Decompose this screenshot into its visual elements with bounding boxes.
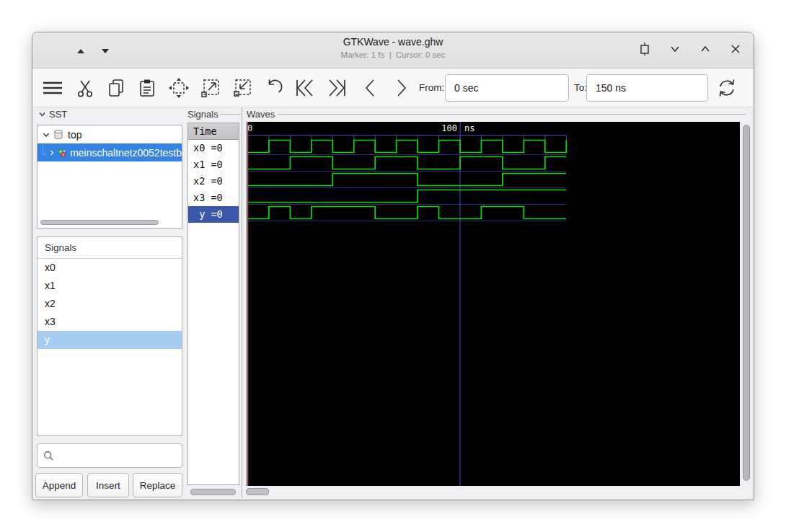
window-status: Marker: 1 fs | Cursor: 0 sec [177, 50, 609, 59]
database-icon [53, 129, 63, 140]
insert-button[interactable]: Insert [87, 473, 129, 497]
menu-icon [42, 77, 63, 99]
values-hscrollbar[interactable] [190, 489, 236, 495]
maximize-button[interactable] [696, 40, 715, 58]
undo-button[interactable] [262, 77, 284, 99]
wave-trace-x0 [248, 141, 567, 153]
step-right-icon [392, 77, 411, 99]
module-icon [58, 147, 67, 159]
panel-splitter[interactable] [242, 107, 242, 498]
wave-trace-y [248, 207, 567, 219]
zoom-out-button[interactable] [231, 77, 253, 99]
cut-button[interactable] [74, 77, 96, 99]
signals-frame: Signals x0x1x2x3y [37, 236, 182, 436]
waves-hscrollbar[interactable] [246, 488, 269, 495]
signal-list-item-x1[interactable]: x1 [37, 277, 182, 295]
time-header[interactable]: Time [188, 123, 239, 140]
signal-list-item-y[interactable]: y [37, 331, 182, 349]
sst-header-label: SST [49, 109, 67, 120]
signal-list-item-x2[interactable]: x2 [37, 295, 182, 313]
value-row-x1[interactable]: x1 =0 [188, 156, 239, 173]
value-row-x2[interactable]: x2 =0 [188, 173, 239, 190]
replace-button[interactable]: Replace [133, 473, 182, 497]
chevron-down-icon [38, 110, 46, 118]
frame-button[interactable] [635, 40, 654, 58]
undo-icon [263, 78, 283, 98]
close-icon [730, 43, 741, 55]
gtkwave-window: GTKWave - wave.ghw Marker: 1 fs | Cursor… [32, 32, 754, 500]
window-title: GTKWave - wave.ghw [177, 36, 609, 48]
waves-vscrollbar[interactable] [743, 125, 750, 481]
value-row-x3[interactable]: x3 =0 [188, 190, 239, 206]
values-frame-line [220, 114, 240, 115]
titlebar[interactable]: GTKWave - wave.ghw Marker: 1 fs | Cursor… [32, 32, 754, 68]
waves-frame-label: Waves [247, 109, 275, 120]
tree-item-meinschaltnetz[interactable]: meinschaltnetz0052testb [37, 143, 182, 161]
values-panel: Time x0 =0x1 =0x2 =0x3 =0 y =0 [187, 123, 239, 485]
zoom-out-icon [231, 77, 253, 99]
zoom-in-icon [200, 77, 221, 99]
chevron-up-icon [699, 43, 711, 55]
step-right-button[interactable] [391, 77, 412, 99]
step-left-icon [361, 77, 379, 99]
signals-frame-header: Signals [37, 237, 182, 259]
copy-button[interactable] [105, 77, 127, 99]
step-left-button[interactable] [359, 77, 381, 99]
expander-right-icon [48, 148, 56, 157]
search-icon [43, 451, 54, 461]
close-button[interactable] [726, 40, 745, 58]
fast-backward-button[interactable] [294, 77, 316, 99]
svg-text:ns: ns [464, 123, 474, 133]
chevron-down-icon [669, 43, 681, 55]
signal-list: x0x1x2x3y [37, 259, 182, 349]
expander-down-icon [42, 130, 50, 139]
paste-button[interactable] [136, 77, 158, 99]
value-row-x0[interactable]: x0 =0 [188, 140, 239, 156]
frame-icon [638, 42, 651, 56]
value-row-y[interactable]: y =0 [188, 206, 239, 223]
wave-trace-x2 [248, 174, 567, 186]
wave-trace-x1 [248, 157, 567, 169]
search-box[interactable] [37, 443, 182, 468]
from-input[interactable] [445, 74, 569, 102]
waveform-plot: 0100ns [247, 122, 740, 486]
sst-tree: top meinschaltnetz0052testb [37, 125, 182, 229]
to-input[interactable] [586, 74, 708, 102]
signal-list-item-x0[interactable]: x0 [37, 259, 182, 277]
wave-canvas[interactable]: 0100ns [247, 122, 740, 486]
copy-icon [106, 78, 126, 98]
from-label: From: [419, 82, 444, 93]
signal-list-item-x3[interactable]: x3 [37, 313, 182, 331]
reload-icon [716, 77, 738, 99]
triangle-up-icon[interactable] [77, 49, 84, 53]
triangle-down-icon[interactable] [102, 49, 109, 53]
sst-header[interactable]: SST [38, 109, 67, 120]
menu-button[interactable] [42, 77, 63, 99]
fast-forward-icon [326, 77, 348, 99]
tree-connector [40, 145, 48, 161]
reload-button[interactable] [716, 77, 738, 99]
waves-frame-line [278, 114, 746, 115]
tree-hscrollbar[interactable] [40, 220, 159, 225]
append-button[interactable]: Append [35, 473, 83, 497]
svg-text:0: 0 [247, 123, 252, 133]
values-frame-label: Signals [187, 109, 218, 120]
fast-forward-button[interactable] [326, 77, 348, 99]
zoom-fit-button[interactable] [168, 77, 190, 99]
zoom-fit-icon [168, 77, 190, 99]
toolbar: From: To: [32, 68, 754, 107]
value-rows: x0 =0x1 =0x2 =0x3 =0 y =0 [188, 140, 239, 223]
cut-icon [75, 78, 95, 98]
tree-item-label: top [68, 129, 81, 141]
minimize-button[interactable] [666, 40, 684, 58]
zoom-in-button[interactable] [200, 77, 221, 99]
svg-text:100: 100 [441, 123, 457, 133]
to-label: To: [574, 82, 587, 93]
paste-icon [137, 78, 157, 98]
wave-trace-x3 [248, 190, 567, 203]
fast-backward-icon [294, 77, 316, 99]
tree-item-label: meinschaltnetz0052testb [70, 147, 182, 159]
tree-item-top[interactable]: top [37, 125, 182, 143]
